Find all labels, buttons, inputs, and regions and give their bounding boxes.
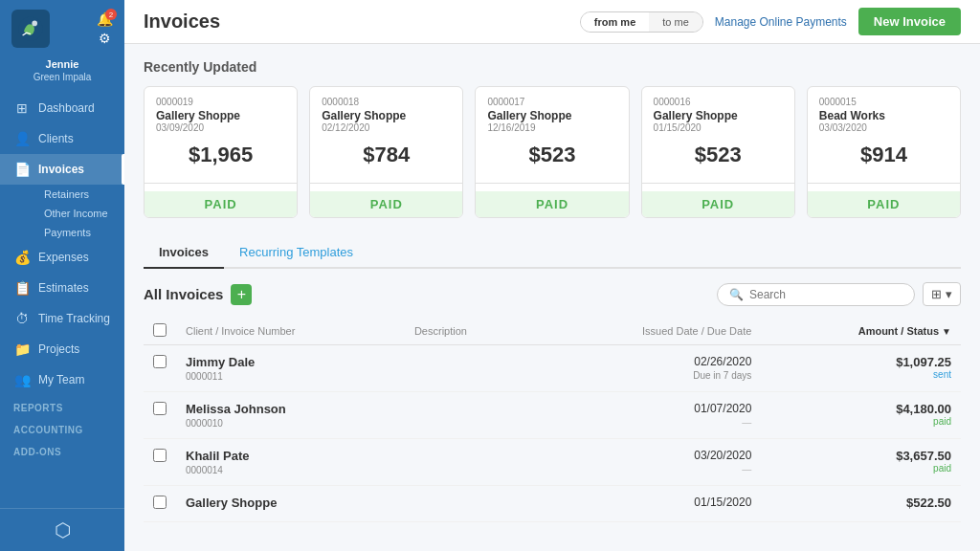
card-status: PAID xyxy=(808,191,960,217)
row-checkbox[interactable] xyxy=(153,355,167,368)
sidebar-item-time-tracking[interactable]: ⏱ Time Tracking xyxy=(0,303,124,334)
due-date: — xyxy=(542,417,751,428)
issued-date: 03/20/2020 xyxy=(542,449,751,462)
card-client: Bead Works xyxy=(819,109,948,122)
client-cell: Jimmy Dale 0000011 xyxy=(176,345,405,392)
invoices-header: All Invoices + 🔍 ⊞ ▾ xyxy=(144,282,961,306)
user-company: Green Impala xyxy=(8,71,117,83)
row-checkbox-cell xyxy=(144,486,176,522)
sidebar-item-clients[interactable]: 👤 Clients xyxy=(0,123,124,154)
sidebar-item-payments[interactable]: Payments xyxy=(31,223,124,242)
issued-date: 02/26/2020 xyxy=(542,355,751,368)
amount-status-col-header[interactable]: Amount / Status ▼ xyxy=(761,318,961,345)
card-body: 0000015 Bead Works 03/03/2020 $914 xyxy=(808,87,960,183)
card-number: 0000015 xyxy=(819,97,948,107)
description-cell xyxy=(405,392,532,439)
main-content: Invoices from me to me Manage Online Pay… xyxy=(124,0,980,551)
invoice-card[interactable]: 0000017 Gallery Shoppe 12/16/2019 $523 P… xyxy=(475,86,629,218)
card-date: 01/15/2020 xyxy=(654,122,783,133)
amount-value: $4,180.00 xyxy=(770,402,951,416)
manage-payments-link[interactable]: Manage Online Payments xyxy=(715,15,847,29)
card-amount: $1,965 xyxy=(156,143,285,167)
invoice-table: Client / Invoice Number Description Issu… xyxy=(144,318,961,522)
view-toggle-button[interactable]: ⊞ ▾ xyxy=(923,282,961,306)
sidebar-nav: ⊞ Dashboard 👤 Clients 📄 Invoices Retaine… xyxy=(0,93,124,508)
invoice-card[interactable]: 0000016 Gallery Shoppe 01/15/2020 $523 P… xyxy=(641,86,795,218)
status-badge: paid xyxy=(770,416,951,427)
sort-icon: ▼ xyxy=(942,326,951,337)
invoice-card[interactable]: 0000019 Gallery Shoppe 03/09/2020 $1,965… xyxy=(144,86,298,218)
sidebar-item-label: Clients xyxy=(38,132,74,145)
status-badge: paid xyxy=(770,463,951,474)
sidebar-header: 🔔 2 ⚙ xyxy=(0,0,124,54)
date-cell: 01/07/2020 — xyxy=(532,392,761,439)
select-all-checkbox[interactable] xyxy=(153,323,167,337)
tab-invoices[interactable]: Invoices xyxy=(144,237,224,269)
tab-recurring[interactable]: Recurring Templates xyxy=(224,237,368,269)
description-cell xyxy=(405,345,532,392)
date-cell: 01/15/2020 xyxy=(532,486,761,522)
sidebar-item-dashboard[interactable]: ⊞ Dashboard xyxy=(0,93,124,123)
sidebar-item-label: Expenses xyxy=(38,251,89,264)
accounting-label[interactable]: Accounting xyxy=(0,417,124,439)
table-row: Gallery Shoppe 01/15/2020 $522.50 xyxy=(144,486,961,522)
sidebar-item-other-income[interactable]: Other Income xyxy=(31,204,124,223)
to-me-toggle[interactable]: to me xyxy=(649,12,702,32)
client-name: Jimmy Dale xyxy=(186,355,395,369)
from-me-toggle[interactable]: from me xyxy=(581,12,649,32)
issued-date: 01/15/2020 xyxy=(542,496,751,509)
card-number: 0000017 xyxy=(487,97,616,107)
amount-cell: $3,657.50 paid xyxy=(761,439,961,486)
invoice-card[interactable]: 0000018 Gallery Shoppe 02/12/2020 $784 P… xyxy=(309,86,463,218)
search-input[interactable] xyxy=(749,288,902,301)
amount-value: $1,097.25 xyxy=(770,355,951,369)
reports-label[interactable]: Reports xyxy=(0,395,124,417)
card-status: PAID xyxy=(642,191,794,217)
row-checkbox-cell xyxy=(144,345,176,392)
amount-cell: $522.50 xyxy=(761,486,961,522)
card-client: Gallery Shoppe xyxy=(487,109,616,122)
amount-value: $522.50 xyxy=(770,496,951,510)
projects-icon: 📁 xyxy=(13,342,31,357)
client-cell: Gallery Shoppe xyxy=(176,486,405,522)
sidebar-item-projects[interactable]: 📁 Projects xyxy=(0,334,124,364)
row-checkbox[interactable] xyxy=(153,449,167,462)
invoice-number: 0000010 xyxy=(186,418,395,429)
content-area: Recently Updated 0000019 Gallery Shoppe … xyxy=(124,44,980,551)
status-badge: sent xyxy=(770,369,951,380)
all-invoices-label: All Invoices xyxy=(144,286,223,302)
client-name: Melissa Johnson xyxy=(186,402,395,416)
add-invoice-button[interactable]: + xyxy=(231,284,252,305)
addons-label[interactable]: Add-ons xyxy=(0,439,124,461)
card-status: PAID xyxy=(476,191,628,217)
invoice-card[interactable]: 0000015 Bead Works 03/03/2020 $914 PAID xyxy=(807,86,961,218)
sidebar-item-retainers[interactable]: Retainers xyxy=(31,185,124,204)
row-checkbox[interactable] xyxy=(153,496,167,509)
notification-badge: 2 xyxy=(105,9,117,20)
settings-button[interactable]: ⚙ xyxy=(99,31,111,46)
amount-value: $3,657.50 xyxy=(770,449,951,463)
amount-cell: $1,097.25 sent xyxy=(761,345,961,392)
recently-updated-title: Recently Updated xyxy=(144,59,961,75)
grid-icon: ⊞ xyxy=(931,287,942,301)
sidebar-item-expenses[interactable]: 💰 Expenses xyxy=(0,242,124,273)
topbar-right: from me to me Manage Online Payments New… xyxy=(580,8,961,35)
row-checkbox[interactable] xyxy=(153,402,167,415)
sidebar-item-invoices[interactable]: 📄 Invoices xyxy=(0,154,124,185)
card-date: 02/12/2020 xyxy=(322,122,451,133)
new-invoice-button[interactable]: New Invoice xyxy=(858,8,961,35)
card-client: Gallery Shoppe xyxy=(654,109,783,122)
expenses-icon: 💰 xyxy=(13,250,31,265)
dashboard-icon: ⊞ xyxy=(13,100,31,116)
card-number: 0000016 xyxy=(654,97,783,107)
topbar: Invoices from me to me Manage Online Pay… xyxy=(124,0,980,44)
sidebar-item-estimates[interactable]: 📋 Estimates xyxy=(0,273,124,303)
sidebar-item-my-team[interactable]: 👥 My Team xyxy=(0,364,124,395)
sidebar-item-label: Projects xyxy=(38,342,79,356)
client-col-header: Client / Invoice Number xyxy=(176,318,405,345)
sidebar-item-label: My Team xyxy=(38,373,84,386)
card-status: PAID xyxy=(145,191,297,217)
card-date: 12/16/2019 xyxy=(487,122,616,133)
notification-button[interactable]: 🔔 2 xyxy=(97,11,113,27)
card-body: 0000017 Gallery Shoppe 12/16/2019 $523 xyxy=(476,87,628,183)
